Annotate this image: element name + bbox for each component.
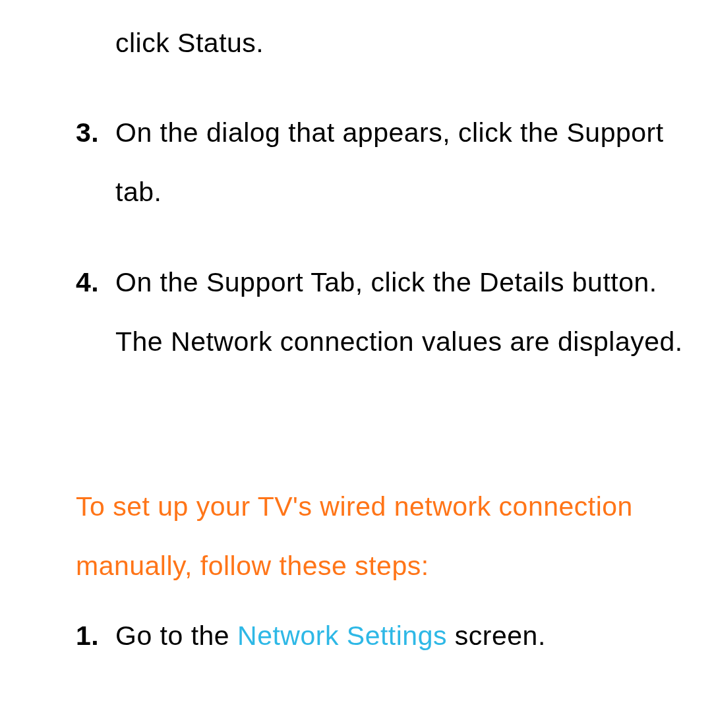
step-marker: 1. [76, 606, 99, 665]
step-marker: 4. [76, 253, 99, 312]
step-item: 4. On the Support Tab, click the Details… [76, 253, 692, 371]
step-item: 3. On the dialog that appears, click the… [76, 103, 692, 222]
continued-line: click Status. [76, 13, 692, 73]
step-text-pre: Go to the [115, 621, 237, 651]
document-body: click Status. 3. On the dialog that appe… [0, 13, 712, 666]
section-heading: To set up your TV's wired network connec… [76, 477, 692, 595]
step-text: On the Support Tab, click the Details bu… [115, 267, 683, 357]
continued-text: click Status. [115, 28, 264, 58]
step-marker: 3. [76, 103, 99, 162]
link-highlight: Network Settings [237, 621, 447, 651]
step-item: 1. Go to the Network Settings screen. [76, 606, 692, 665]
heading-text: To set up your TV's wired network connec… [76, 491, 633, 581]
step-text: On the dialog that appears, click the Su… [115, 117, 664, 207]
step-text-post: screen. [447, 621, 546, 651]
